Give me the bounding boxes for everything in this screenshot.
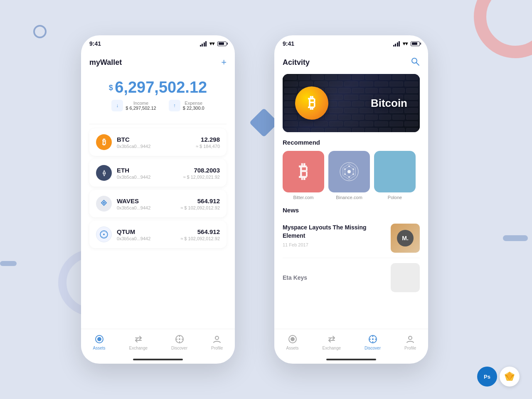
crypto-item-btc[interactable]: ₿ BTC 0x3b5ca0...9442 12.298 ≈ $ 184,470	[89, 128, 227, 156]
status-time-left: 9:41	[89, 40, 101, 47]
search-button[interactable]	[411, 57, 420, 68]
news-thumbnail-2	[391, 263, 420, 292]
photoshop-icon: Ps	[477, 367, 497, 387]
balance-section: $ 6,297,502.12 ↓ Income $ 6,297,502.12 ↑…	[89, 74, 227, 120]
crypto-item-waves[interactable]: WAVES 0x3b5ca0...9442 564.912 ≈ $ 102,09…	[89, 190, 227, 217]
exchange-icon	[133, 334, 143, 344]
featured-image[interactable]: ₿ Bitcoin	[283, 74, 420, 132]
nav-assets-right[interactable]: Assets	[286, 334, 299, 350]
news-content-1: Myspace Layouts The Missing Element 11 F…	[283, 224, 386, 247]
signal-icon-right	[393, 41, 400, 47]
btc-address: 0x3b5ca0...9442	[117, 144, 196, 149]
bottom-nav-right: Assets Exchange	[274, 329, 428, 359]
bottom-nav-left: Assets Exchange	[81, 329, 235, 359]
waves-svg	[99, 199, 109, 209]
nav-discover-left[interactable]: Discover	[171, 334, 187, 350]
exchange-icon-right	[327, 334, 337, 344]
left-phone: 9:41 ▾▾ myWallet + $ 6,297,502.12	[81, 35, 235, 364]
discover-icon-left	[175, 334, 185, 344]
btc-values: 12.298 ≈ $ 184,470	[196, 136, 220, 149]
news-title: News	[283, 207, 420, 214]
waves-icon	[96, 196, 112, 212]
btc-amount: 12.298	[196, 136, 220, 143]
nav-exchange-left[interactable]: Exchange	[129, 334, 148, 350]
waves-symbol: WAVES	[117, 197, 180, 204]
eth-values: 708.2003 ≈ $ 12,092,021.92	[183, 167, 220, 180]
expense-value: $ 22,300.0	[183, 106, 204, 111]
news-content-2: Eta Keys	[283, 274, 386, 281]
recommend-item-poloniex[interactable]: Polone	[374, 151, 416, 200]
qtum-info: QTUM 0x3b5ca0...9442	[117, 228, 180, 241]
income-item: ↓ Income $ 6,297,502.12	[111, 100, 156, 111]
btc-symbol: BTC	[117, 136, 196, 143]
status-bar-right: 9:41 ▾▾	[274, 35, 428, 49]
featured-bg: ₿ Bitcoin	[283, 74, 420, 132]
crypto-item-eth[interactable]: ⟠ ETH 0x3b5ca0...9442 708.2003 ≈ $ 12,09…	[89, 159, 227, 187]
poloniex-image	[374, 151, 416, 192]
binance-name: Binance.com	[336, 195, 362, 200]
nav-profile-left[interactable]: Profile	[211, 334, 223, 350]
nav-profile-label-left: Profile	[211, 346, 223, 350]
crypto-item-qtum[interactable]: QTUM 0x3b5ca0...9442 564.912 ≈ $ 102,092…	[89, 221, 227, 248]
status-icons-right: ▾▾	[393, 41, 420, 47]
nav-exchange-right[interactable]: Exchange	[323, 334, 341, 350]
home-indicator-left	[133, 359, 183, 360]
nav-discover-right[interactable]: Discover	[365, 334, 381, 350]
news-item-1[interactable]: Myspace Layouts The Missing Element 11 F…	[283, 219, 420, 258]
home-indicator-right	[326, 359, 376, 360]
svg-point-23	[348, 176, 350, 178]
signal-icon	[200, 41, 207, 47]
wallet-header: myWallet +	[89, 53, 227, 74]
discover-icon-right	[368, 334, 378, 344]
nav-discover-label-left: Discover	[171, 346, 187, 350]
battery-icon	[217, 42, 227, 46]
btc-info: BTC 0x3b5ca0...9442	[117, 136, 196, 149]
bg-decoration-circle	[33, 25, 47, 38]
nav-profile-right[interactable]: Profile	[404, 334, 416, 350]
waves-usd: ≈ $ 102,092,012.92	[180, 205, 220, 210]
eth-address: 0x3b5ca0...9442	[117, 175, 183, 180]
nav-exchange-label-left: Exchange	[129, 346, 148, 350]
profile-icon-left	[212, 334, 222, 344]
qtum-values: 564.912 ≈ $ 102,092,012.92	[180, 228, 220, 241]
waves-amount: 564.912	[180, 197, 220, 204]
svg-point-21	[352, 168, 354, 170]
recommend-item-bitter[interactable]: ₿ Bitter.com	[283, 151, 324, 200]
add-wallet-button[interactable]: +	[221, 57, 227, 68]
recommend-title: Recommend	[283, 139, 420, 146]
income-label: Income	[126, 101, 156, 106]
wifi-icon-right: ▾▾	[403, 41, 408, 47]
eth-info: ETH 0x3b5ca0...9442	[117, 167, 183, 180]
svg-point-24	[344, 173, 346, 175]
news-thumbnail-1: M.	[391, 224, 420, 253]
currency-symbol: $	[109, 84, 113, 92]
right-phone-content: Acitvity	[274, 49, 428, 329]
left-phone-content: myWallet + $ 6,297,502.12 ↓ Income $ 6,2…	[81, 49, 235, 329]
eth-usd: ≈ $ 12,092,021.92	[183, 175, 220, 180]
qtum-svg	[99, 230, 108, 239]
svg-point-14	[412, 58, 417, 63]
news-date-1: 11 Feb 2017	[283, 242, 386, 247]
assets-icon-right	[288, 334, 298, 344]
nav-discover-label-right: Discover	[365, 346, 381, 350]
qtum-address: 0x3b5ca0...9442	[117, 236, 180, 241]
waves-info: WAVES 0x3b5ca0...9442	[117, 197, 180, 210]
eth-symbol: ETH	[117, 167, 183, 174]
svg-point-13	[215, 336, 219, 340]
bg-decoration-rect-right	[503, 235, 528, 241]
news-item-2[interactable]: Eta Keys	[283, 258, 420, 297]
svg-point-4	[103, 234, 105, 235]
svg-point-20	[348, 165, 350, 167]
svg-point-25	[344, 168, 346, 170]
svg-point-8	[179, 338, 180, 340]
recommend-item-binance[interactable]: Binance.com	[328, 151, 370, 200]
eth-icon: ⟠	[96, 165, 112, 181]
svg-line-15	[416, 63, 419, 65]
qtum-symbol: QTUM	[117, 228, 180, 235]
recommend-list: ₿ Bitter.com	[283, 151, 420, 200]
qtum-amount: 564.912	[180, 228, 220, 235]
nav-assets-label-left: Assets	[93, 346, 106, 350]
wifi-icon: ▾▾	[209, 41, 214, 47]
nav-assets-left[interactable]: Assets	[93, 334, 106, 350]
crypto-list: ₿ BTC 0x3b5ca0...9442 12.298 ≈ $ 184,470…	[89, 128, 227, 251]
